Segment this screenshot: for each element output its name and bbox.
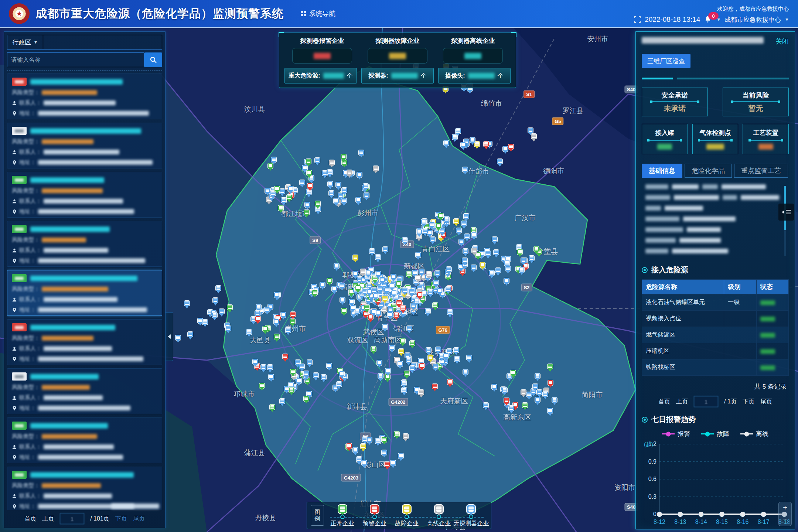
table-row-3[interactable]: 压缩机区: [642, 343, 789, 359]
notification-bell[interactable]: 0: [704, 15, 713, 24]
company-card-6[interactable]: 风险类型： 联系人： 地址：: [7, 368, 162, 414]
blue-company-pin[interactable]: [279, 398, 285, 404]
green-company-pin[interactable]: [274, 334, 280, 340]
blue-company-pin[interactable]: [364, 192, 369, 198]
page-first[interactable]: 首页: [658, 398, 670, 406]
blue-company-pin[interactable]: [410, 303, 416, 308]
blue-company-pin[interactable]: [528, 127, 533, 133]
blue-company-pin[interactable]: [505, 266, 511, 272]
blue-company-pin[interactable]: [493, 249, 499, 255]
blue-company-pin[interactable]: [391, 274, 396, 280]
blue-company-pin[interactable]: [252, 359, 258, 365]
company-card-2[interactable]: 风险类型： 联系人： 地址：: [7, 172, 162, 218]
blue-company-pin[interactable]: [299, 180, 305, 185]
red-company-pin[interactable]: [393, 312, 399, 318]
blue-company-pin[interactable]: [397, 361, 403, 367]
yellow-company-pin[interactable]: [453, 218, 459, 224]
blue-company-pin[interactable]: [303, 371, 309, 376]
blue-company-pin[interactable]: [389, 345, 395, 351]
blue-company-pin[interactable]: [387, 312, 393, 318]
blue-company-pin[interactable]: [378, 373, 383, 379]
region-value-area[interactable]: [43, 35, 162, 49]
blue-company-pin[interactable]: [406, 357, 412, 363]
gray-company-pin[interactable]: [531, 133, 537, 139]
blue-company-pin[interactable]: [341, 198, 347, 204]
blue-company-pin[interactable]: [381, 450, 387, 456]
green-company-pin[interactable]: [355, 285, 361, 291]
red-company-pin[interactable]: [432, 383, 438, 389]
patrol-3d-button[interactable]: 三维厂区巡查: [642, 54, 690, 68]
blue-company-pin[interactable]: [434, 270, 440, 276]
green-company-pin[interactable]: [533, 246, 539, 252]
blue-company-pin[interactable]: [340, 297, 345, 303]
blue-company-pin[interactable]: [382, 324, 388, 330]
red-company-pin[interactable]: [290, 311, 296, 317]
region-filter[interactable]: 行政区 ▼: [7, 35, 162, 50]
green-company-pin[interactable]: [406, 271, 412, 277]
green-company-pin[interactable]: [306, 158, 311, 164]
blue-company-pin[interactable]: [336, 381, 342, 387]
blue-company-pin[interactable]: [462, 167, 468, 173]
table-row-4[interactable]: 铁路栈桥区: [642, 359, 789, 376]
green-company-pin[interactable]: [371, 346, 376, 352]
blue-company-pin[interactable]: [366, 289, 372, 295]
blue-company-pin[interactable]: [335, 182, 341, 188]
page-prev[interactable]: 上页: [676, 398, 688, 406]
red-company-pin[interactable]: [548, 380, 553, 386]
page-last[interactable]: 尾页: [133, 515, 145, 523]
search-button[interactable]: [144, 52, 162, 67]
blue-company-pin[interactable]: [328, 190, 334, 196]
green-company-pin[interactable]: [404, 371, 410, 376]
blue-company-pin[interactable]: [508, 405, 514, 411]
yellow-company-pin[interactable]: [360, 443, 366, 449]
search-input[interactable]: [7, 52, 144, 67]
gray-company-pin[interactable]: [521, 389, 526, 395]
blue-company-pin[interactable]: [187, 331, 193, 337]
page-first[interactable]: 首页: [24, 515, 36, 523]
legend-item-离线[interactable]: 离线: [740, 430, 768, 438]
blue-company-pin[interactable]: [401, 380, 407, 386]
blue-company-pin[interactable]: [285, 327, 291, 333]
company-card-7[interactable]: 风险类型： 联系人： 地址：: [7, 417, 162, 463]
blue-company-pin[interactable]: [350, 305, 356, 311]
green-company-pin[interactable]: [278, 205, 284, 211]
blue-company-pin[interactable]: [453, 347, 459, 353]
yellow-company-pin[interactable]: [427, 355, 433, 361]
blue-company-pin[interactable]: [313, 372, 319, 378]
blue-company-pin[interactable]: [375, 254, 381, 260]
green-company-pin[interactable]: [522, 402, 528, 408]
company-card-0[interactable]: 风险类型： 联系人： 地址：: [7, 74, 162, 119]
blue-company-pin[interactable]: [409, 289, 415, 294]
gray-company-pin[interactable]: [426, 271, 432, 277]
blue-company-pin[interactable]: [184, 300, 190, 306]
blue-company-pin[interactable]: [352, 447, 358, 453]
blue-company-pin[interactable]: [491, 384, 497, 390]
blue-company-pin[interactable]: [402, 237, 408, 243]
blue-company-pin[interactable]: [296, 378, 302, 384]
blue-company-pin[interactable]: [433, 364, 439, 369]
blue-company-pin[interactable]: [366, 437, 372, 443]
blue-company-pin[interactable]: [406, 325, 412, 331]
blue-company-pin[interactable]: [320, 282, 325, 288]
blue-company-pin[interactable]: [443, 140, 449, 146]
blue-company-pin[interactable]: [502, 146, 508, 152]
red-company-pin[interactable]: [400, 305, 406, 311]
blue-company-pin[interactable]: [255, 310, 260, 316]
fullscreen-icon[interactable]: [634, 16, 641, 23]
blue-company-pin[interactable]: [375, 310, 381, 316]
green-company-pin[interactable]: [341, 154, 347, 160]
legend-item-报警[interactable]: 报警: [662, 430, 690, 438]
gray-company-pin[interactable]: [329, 160, 335, 166]
blue-company-pin[interactable]: [267, 364, 273, 370]
zoom-out-button[interactable]: −: [779, 514, 791, 526]
gray-company-pin[interactable]: [347, 170, 352, 175]
blue-company-pin[interactable]: [422, 228, 428, 234]
blue-company-pin[interactable]: [280, 312, 286, 318]
blue-company-pin[interactable]: [358, 150, 364, 156]
red-company-pin[interactable]: [419, 363, 425, 369]
blue-company-pin[interactable]: [446, 266, 452, 272]
blue-company-pin[interactable]: [299, 364, 305, 369]
blue-company-pin[interactable]: [260, 364, 266, 370]
page-next[interactable]: 下页: [743, 398, 754, 406]
red-company-pin[interactable]: [255, 316, 261, 322]
